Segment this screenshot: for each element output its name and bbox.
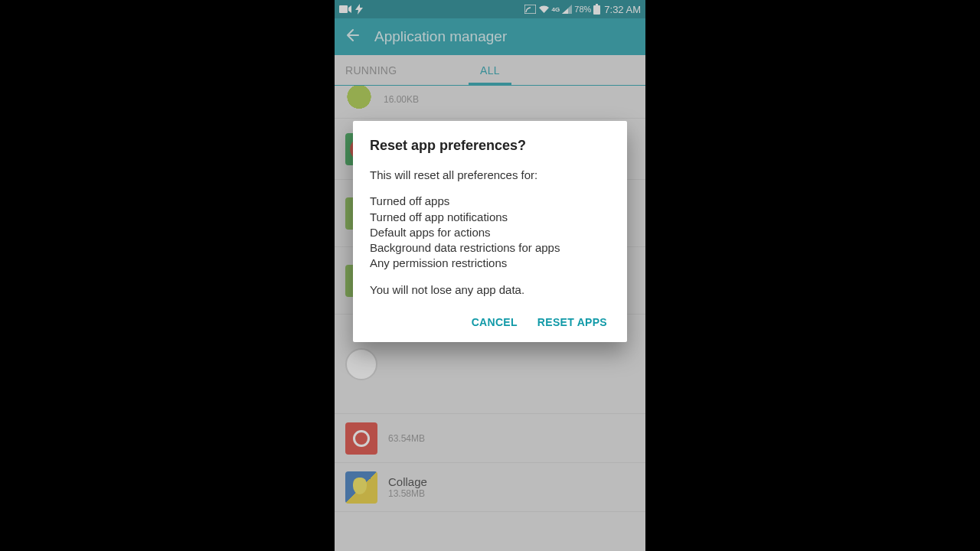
dialog-list-item: Background data restrictions for apps bbox=[370, 241, 560, 254]
app-icon bbox=[345, 471, 377, 504]
svg-rect-2 bbox=[596, 4, 598, 5]
dialog-list-item: Turned off apps bbox=[370, 194, 449, 207]
dialog-intro: This will reset all preferences for: bbox=[370, 168, 610, 183]
dialog-list: Turned off apps Turned off app notificat… bbox=[370, 194, 610, 271]
tab-bar: RUNNING ALL bbox=[335, 55, 645, 86]
svg-rect-0 bbox=[339, 5, 348, 13]
svg-rect-1 bbox=[524, 5, 536, 14]
wifi-icon bbox=[538, 5, 550, 14]
dialog-title: Reset app preferences? bbox=[370, 138, 610, 154]
app-size: 63.54MB bbox=[388, 433, 425, 444]
dialog-footer: You will not lose any app data. bbox=[370, 282, 610, 298]
app-size: 16.00KB bbox=[384, 94, 419, 105]
dialog-body: This will reset all preferences for: Tur… bbox=[370, 168, 610, 298]
list-item[interactable]: Collage 13.58MB bbox=[335, 463, 645, 512]
svg-rect-3 bbox=[593, 5, 600, 15]
app-icon bbox=[345, 422, 377, 455]
action-bar: Application manager bbox=[335, 18, 645, 55]
android-icon bbox=[345, 86, 373, 113]
app-size: 13.58MB bbox=[388, 488, 427, 499]
list-item[interactable]: 16.00KB bbox=[335, 86, 645, 119]
status-bar: 4G 78% 7:32 AM bbox=[335, 0, 645, 18]
reset-preferences-dialog: Reset app preferences? This will reset a… bbox=[353, 121, 627, 342]
dialog-actions: CANCEL RESET APPS bbox=[370, 311, 610, 334]
app-name: Collage bbox=[388, 475, 427, 488]
camera-icon bbox=[339, 5, 351, 14]
battery-icon bbox=[593, 4, 600, 15]
back-icon[interactable] bbox=[344, 28, 359, 46]
reset-apps-button[interactable]: RESET APPS bbox=[537, 316, 607, 328]
network-icon: 4G bbox=[552, 6, 560, 13]
list-item[interactable]: 63.54MB bbox=[335, 414, 645, 463]
battery-pct: 78% bbox=[574, 5, 591, 14]
cast-icon bbox=[524, 5, 536, 14]
tab-all[interactable]: ALL bbox=[469, 55, 511, 85]
app-icon bbox=[345, 348, 377, 380]
phone-screen: 4G 78% 7:32 AM Application manager RUNNI… bbox=[335, 0, 645, 551]
dialog-list-item: Default apps for actions bbox=[370, 226, 491, 239]
dialog-list-item: Turned off app notifications bbox=[370, 210, 508, 223]
clock: 7:32 AM bbox=[604, 4, 641, 15]
tab-indicator bbox=[469, 83, 511, 85]
dialog-list-item: Any permission restrictions bbox=[370, 256, 507, 269]
tab-running[interactable]: RUNNING bbox=[335, 55, 407, 85]
page-title: Application manager bbox=[374, 28, 507, 45]
signal-icon bbox=[562, 5, 572, 14]
bolt-icon bbox=[355, 4, 363, 15]
cancel-button[interactable]: CANCEL bbox=[472, 316, 518, 328]
